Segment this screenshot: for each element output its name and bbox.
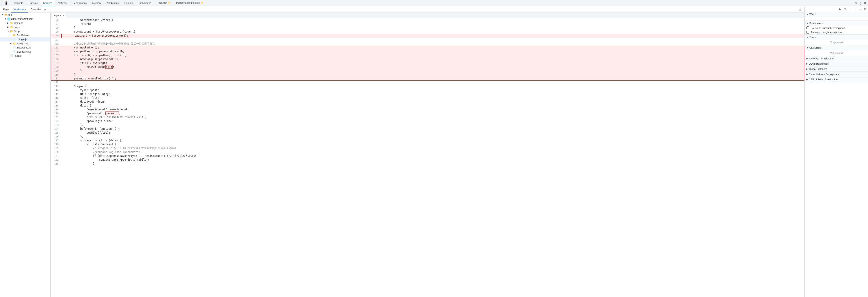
line-number: 115	[51, 92, 60, 96]
subtab-workspace[interactable]: Workspace	[11, 6, 28, 12]
resume-icon[interactable]: ▶	[838, 7, 842, 11]
settings-icon[interactable]: ⚙	[854, 1, 858, 5]
line-number: 127	[51, 139, 60, 142]
file-tab-login-js[interactable]: login.js ✕	[52, 13, 66, 18]
tab-performance[interactable]: Performance	[70, 0, 90, 6]
tab-security[interactable]: Security	[122, 0, 136, 6]
pause-checkbox[interactable]	[806, 26, 809, 29]
tab-performance-insights-[interactable]: Performance insights ⚡	[174, 0, 206, 6]
tree-label: xuexi.chinabett.com	[11, 18, 33, 20]
subtab-overrides[interactable]: Overrides	[28, 6, 44, 12]
code-line-97: 97 return;	[51, 22, 804, 26]
line-content: },	[60, 123, 804, 127]
step-over-icon[interactable]: ↷	[843, 7, 847, 11]
tab-sources[interactable]: Sources	[40, 0, 55, 6]
code-line-100: 100 password = base64encode(password);	[51, 34, 804, 38]
tab-console[interactable]: Console	[26, 0, 40, 6]
panel-section-header-xhr/fetch-breakpoints[interactable]: ▶XHR/fetch Breakpoints	[805, 56, 868, 61]
line-content: success: function (data) {	[60, 139, 804, 142]
tree-item-Scripts[interactable]: ▼ 📂 Scripts	[0, 29, 50, 33]
line-number: 130	[51, 150, 60, 154]
more-subtabs-icon[interactable]: »	[44, 8, 46, 11]
code-line-128: 128 if (data.Success) {	[51, 142, 804, 146]
line-number: 105	[51, 53, 60, 57]
checkbox-row: Pause on uncaught exceptions	[805, 26, 868, 30]
code-line-115: 115 url: "/Login/Entry",	[51, 92, 804, 96]
line-number: 110	[51, 73, 60, 77]
tab-network[interactable]: Network	[55, 0, 70, 6]
line-number: 96	[51, 18, 60, 22]
checkbox-label: Pause on caught exceptions	[811, 31, 842, 34]
tree-item-login.js[interactable]: 📄 login.js	[0, 37, 50, 42]
panel-section-header-scope[interactable]: ▼Scope	[805, 34, 868, 39]
tab-memory[interactable]: Memory	[90, 0, 104, 6]
tree-icon: 📂	[13, 34, 16, 37]
tree-item-jquery-3.4.1[interactable]: ▶ 📁 jquery-3.4.1	[0, 42, 50, 46]
step-icon[interactable]: →	[858, 7, 862, 11]
pause-checkbox[interactable]	[806, 31, 809, 34]
tree-item-qrcode.min.js[interactable]: 📄 qrcode.min.js	[0, 50, 50, 54]
line-content: // #region 2022-10-10 坊主登录配置为要求使用短信验证码验证	[60, 146, 804, 150]
line-content: password = base64encode(password);	[60, 34, 804, 38]
tab-lighthouse[interactable]: Lighthouse	[136, 0, 154, 6]
section-arrow: ▶	[806, 78, 808, 81]
panel-section-header-event-listener-breakpoints[interactable]: ▶Event Listener Breakpoints	[805, 72, 868, 77]
line-content: beforeSend: function () {	[60, 127, 804, 131]
tree-arrow: ▼	[2, 14, 4, 16]
line-content: setBind(false);	[60, 131, 804, 135]
line-content: if (data.AppendData.userType == "needsms…	[60, 154, 804, 158]
line-content: "returnUrl": $("#hidReturnUrl").val(),	[60, 115, 804, 119]
panel-section-dom-breakpoints: ▶DOM Breakpoints	[805, 61, 868, 66]
step-into-icon[interactable]: ↓	[848, 7, 852, 11]
tab-elements[interactable]: Elements	[10, 0, 26, 6]
tree-item-top[interactable]: ▼ 📂 top	[0, 13, 50, 17]
line-number: 133	[51, 162, 60, 166]
tree-icon: 📁	[10, 26, 13, 29]
section-title: Event Listener Breakpoints	[809, 73, 839, 76]
tab-recorder-[interactable]: Recorder ⚡	[154, 0, 174, 6]
tree-item-GuoPeiWeb[interactable]: ▼ 📂 GuoPeiWeb	[0, 33, 50, 37]
line-number: 117	[51, 100, 60, 104]
inspect-icon[interactable]: ⛶	[0, 1, 4, 5]
line-number: 107	[51, 61, 60, 65]
line-content: }	[60, 69, 804, 73]
section-title: Breakpoints	[809, 22, 823, 25]
file-tab-bar: login.js ✕	[51, 13, 804, 18]
subtab-page[interactable]: Page	[1, 6, 11, 12]
panel-section-header-call-stack[interactable]: ▼Call Stack	[805, 45, 868, 50]
line-content: newPwd.push(password[i]);	[60, 57, 804, 61]
tree-label: Content	[14, 22, 23, 24]
new-snippet-icon[interactable]: ⊞	[798, 7, 802, 11]
tree-item-xuexi[interactable]: ▼ 🌐 xuexi.chinabett.com	[0, 17, 50, 21]
tree-item-index[interactable]: 📄 (index)	[0, 54, 50, 58]
tree-arrow: ▶	[7, 26, 10, 28]
device-icon[interactable]: 📱	[4, 1, 8, 5]
tree-item-Content[interactable]: ▶ 📁 Content	[0, 21, 50, 25]
code-line-121: 121 "returnUrl": $("#hidReturnUrl").val(…	[51, 115, 804, 119]
line-content: return;	[60, 22, 804, 26]
line-number: 122	[51, 119, 60, 123]
code-editor[interactable]: 96 $("#txtCode").focus(); 97 return; 98 …	[51, 18, 804, 297]
tree-label: Login	[14, 26, 20, 28]
panel-section-header-dom-breakpoints[interactable]: ▶DOM Breakpoints	[805, 61, 868, 66]
more-icon[interactable]: ⋮	[859, 1, 862, 5]
tree-item-Login[interactable]: ▶ 📁 Login	[0, 25, 50, 29]
close-devtools-icon[interactable]: ✕	[863, 1, 867, 5]
checkbox-label: Pause on uncaught exceptions	[811, 27, 845, 29]
tab-application[interactable]: Application	[104, 0, 122, 6]
step-out-icon[interactable]: ↑	[853, 7, 857, 11]
deactivate-breakpoints-icon[interactable]: ⊘	[863, 7, 867, 11]
panel-section-header-watch[interactable]: ▼Watch	[805, 12, 868, 17]
section-title: Global Listeners	[809, 68, 827, 70]
section-arrow: ▶	[806, 73, 808, 75]
panel-section-header-breakpoints[interactable]: ▼Breakpoints	[805, 21, 868, 26]
file-tab-close[interactable]: ✕	[62, 14, 64, 17]
panel-section-header-csp-violation-breakpoints[interactable]: ▶CSP Violation Breakpoints	[805, 77, 868, 82]
panel-section-header-global-listeners[interactable]: ▶Global Listeners	[805, 66, 868, 72]
line-content: //console.log(data.AppendData);	[60, 150, 804, 154]
tree-item-BaseCode.js[interactable]: 📄 BaseCode.js	[0, 46, 50, 50]
line-number: 116	[51, 96, 60, 100]
line-number: 125	[51, 131, 60, 135]
code-line-133: 133 }	[51, 162, 804, 166]
tree-arrow: ▼	[4, 18, 7, 20]
